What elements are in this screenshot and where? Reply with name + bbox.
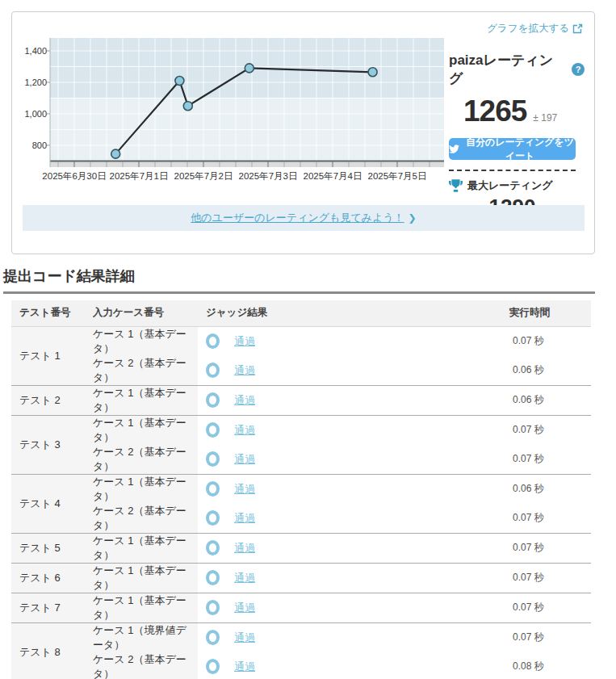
input-case-cell: ケース 1（基本データ） (85, 326, 198, 356)
test-group: テスト 1ケース 1（基本データ）通過0.07 秒ケース 2（基本データ）通過0… (11, 326, 591, 385)
judge-result: 通過 (206, 422, 493, 438)
rating-row: 1265 ± 197 (463, 94, 585, 128)
input-case-cell: ケース 1（境界値データ） (85, 622, 198, 652)
exec-time-cell: 0.06 秒 (501, 356, 591, 386)
pass-link[interactable]: 通過 (234, 393, 255, 408)
pass-link[interactable]: 通過 (234, 363, 255, 378)
case-row: テスト 7ケース 1（基本データ）通過0.07 秒 (11, 593, 591, 622)
x-axis-label: 2025年7月5日 (361, 170, 434, 182)
test-group: テスト 6ケース 1（基本データ）通過0.07 秒 (11, 563, 591, 593)
pass-circle-icon (206, 333, 220, 349)
pass-circle-icon (206, 451, 220, 467)
expand-graph-label: グラフを拡大する (487, 22, 569, 36)
x-axis-label: 2025年7月1日 (103, 170, 175, 182)
pass-link[interactable]: 通過 (234, 601, 255, 615)
pass-link[interactable]: 通過 (234, 423, 255, 438)
test-group: テスト 5ケース 1（基本データ）通過0.07 秒 (11, 533, 591, 563)
judge-result: 通過 (206, 392, 493, 408)
case-row: テスト 6ケース 1（基本データ）通過0.07 秒 (11, 563, 591, 593)
judge-result: 通過 (206, 481, 493, 497)
results-table: テスト番号 入力ケース番号 ジャッジ結果 実行時間 テスト 1ケース 1（基本デ… (11, 300, 591, 679)
x-axis-label: 2025年7月3日 (232, 170, 304, 182)
case-row: ケース 2（基本データ）通過0.07 秒 (11, 504, 591, 534)
judge-result: 通過 (206, 510, 493, 526)
data-point (111, 149, 120, 158)
data-point (245, 64, 254, 73)
pass-circle-icon (206, 600, 220, 615)
exec-time-cell: 0.06 秒 (501, 474, 591, 504)
test-group: テスト 4ケース 1（基本データ）通過0.06 秒ケース 2（基本データ）通過0… (11, 474, 591, 533)
chevron-right-icon: ❯ (409, 212, 417, 224)
test-number-cell: テスト 4 (11, 474, 85, 533)
judge-result-cell: 通過 (198, 385, 501, 415)
case-row: テスト 8ケース 1（境界値データ）通過0.07 秒 (11, 622, 591, 652)
x-axis-label: 2025年7月4日 (296, 170, 369, 182)
rating-card: グラフを拡大する 8001,0001,2001,4002025年6月30日202… (11, 11, 595, 254)
case-row: テスト 4ケース 1（基本データ）通過0.06 秒 (11, 474, 591, 504)
expand-graph-link[interactable]: グラフを拡大する (487, 22, 583, 36)
exec-time-cell: 0.07 秒 (501, 622, 591, 652)
pass-circle-icon (206, 570, 220, 585)
test-group: テスト 7ケース 1（基本データ）通過0.07 秒 (11, 593, 591, 622)
y-axis-label: 800 (15, 140, 47, 150)
y-axis-label: 1,000 (15, 109, 47, 119)
pass-circle-icon (206, 659, 220, 674)
pass-link[interactable]: 通過 (234, 511, 255, 526)
pass-link[interactable]: 通過 (234, 541, 255, 555)
judge-result: 通過 (206, 659, 493, 674)
pass-link[interactable]: 通過 (234, 631, 255, 645)
x-axis-label: 2025年7月2日 (167, 170, 240, 182)
data-point (175, 77, 184, 86)
judge-result-cell: 通過 (198, 356, 501, 386)
other-users-link[interactable]: 他のユーザーのレーティングも見てみよう！ (191, 211, 404, 225)
judge-result: 通過 (206, 333, 493, 349)
test-number-cell: テスト 7 (11, 593, 85, 622)
case-row: ケース 2（基本データ）通過0.07 秒 (11, 445, 591, 475)
test-number-cell: テスト 3 (11, 415, 85, 474)
exec-time-cell: 0.06 秒 (501, 385, 591, 415)
input-case-cell: ケース 2（基本データ） (85, 445, 198, 475)
pass-circle-icon (206, 422, 220, 438)
pass-circle-icon (206, 481, 220, 497)
pass-link[interactable]: 通過 (234, 334, 255, 349)
pass-link[interactable]: 通過 (234, 660, 255, 674)
case-row: ケース 2（基本データ）通過0.08 秒 (11, 652, 591, 679)
rating-panel-title: paizaレーティング ? (449, 51, 585, 88)
trophy-icon (449, 179, 463, 192)
max-rating-label: 最大レーティング (467, 178, 553, 193)
case-row: テスト 3ケース 1（基本データ）通過0.07 秒 (11, 415, 591, 445)
y-axis-label: 1,200 (15, 78, 47, 87)
judge-result: 通過 (206, 363, 493, 378)
pass-link[interactable]: 通過 (234, 482, 255, 497)
case-row: ケース 2（基本データ）通過0.06 秒 (11, 356, 591, 386)
help-icon[interactable]: ? (572, 63, 585, 76)
input-case-cell: ケース 2（基本データ） (85, 504, 198, 534)
case-row: テスト 2ケース 1（基本データ）通過0.06 秒 (11, 385, 591, 415)
judge-result-cell: 通過 (198, 622, 501, 652)
case-row: テスト 5ケース 1（基本データ）通過0.07 秒 (11, 533, 591, 563)
x-axis-label: 2025年6月30日 (38, 170, 111, 182)
judge-result-cell: 通過 (198, 326, 501, 356)
pass-link[interactable]: 通過 (234, 452, 255, 467)
pass-link[interactable]: 通過 (234, 571, 255, 585)
input-case-cell: ケース 1（基本データ） (85, 563, 198, 593)
judge-result-cell: 通過 (198, 415, 501, 445)
test-number-cell: テスト 8 (11, 622, 85, 679)
tweet-button-label: 自分のレーティングをツイート (464, 136, 576, 163)
pass-circle-icon (206, 392, 220, 408)
exec-time-cell: 0.08 秒 (501, 652, 591, 679)
test-number-cell: テスト 1 (11, 326, 85, 385)
rating-value: 1265 (463, 94, 526, 128)
input-case-cell: ケース 2（基本データ） (85, 356, 198, 386)
rating-chart (50, 38, 444, 167)
exec-time-cell: 0.07 秒 (501, 326, 591, 356)
rating-title-label: paizaレーティング (449, 51, 567, 88)
tweet-rating-button[interactable]: 自分のレーティングをツイート (449, 138, 576, 160)
dashed-divider (449, 170, 576, 171)
pass-circle-icon (206, 363, 220, 378)
judge-result: 通過 (206, 451, 493, 467)
exec-time-cell: 0.07 秒 (501, 593, 591, 622)
col-header-judge-result: ジャッジ結果 (198, 300, 501, 326)
input-case-cell: ケース 1（基本データ） (85, 593, 198, 622)
input-case-cell: ケース 1（基本データ） (85, 415, 198, 445)
